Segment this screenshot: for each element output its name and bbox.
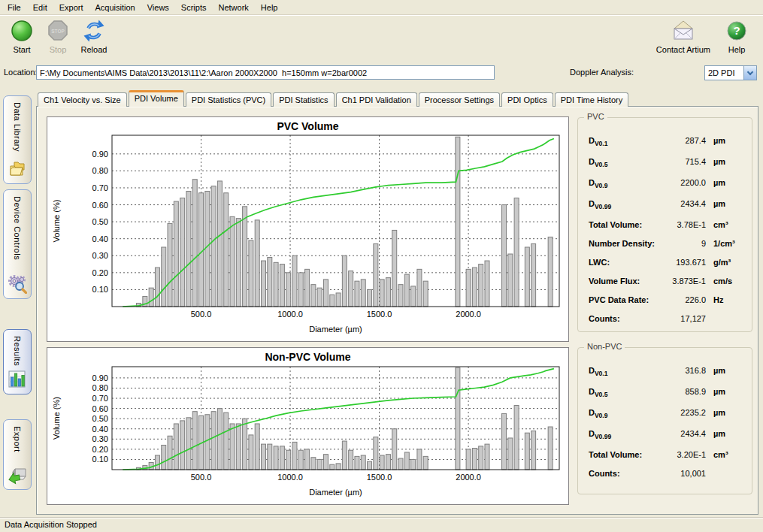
y-tick-label: 0.30 [92,434,108,443]
volume-bar [417,269,422,307]
volume-bar [508,254,513,307]
volume-bar [404,274,409,307]
stat-value: 2434.4 [641,199,706,208]
x-tick-label: 1500.0 [367,473,392,482]
menu-edit[interactable]: Edit [27,1,53,14]
contact-artium-button[interactable]: Contact Artium [656,18,710,54]
y-axis-label: Volume (%) [52,397,61,440]
stat-label: DV0.9 [589,178,607,189]
pvc-volume-chart: PVC Volume0.100.200.300.400.500.600.700.… [47,116,569,342]
stat-value: 2235.2 [641,408,706,417]
help-button[interactable]: ? Help [721,18,752,54]
menu-export[interactable]: Export [53,1,89,14]
menu-network[interactable]: Network [212,1,254,14]
stat-label: LWC: [589,258,610,267]
tab-pdi-statistics[interactable]: PDI Statistics [273,92,334,107]
reload-button[interactable]: Reload [78,18,110,54]
location-input[interactable] [36,65,495,80]
volume-bar [274,446,278,470]
volume-bar [342,255,347,307]
stop-badge-text: STOP [51,29,65,34]
volume-bar [205,415,210,470]
gear-icon [8,274,27,294]
non-pvc-groupbox-title: Non-PVC [584,342,625,351]
doppler-analysis-select[interactable]: 2D PDI [704,65,757,80]
chevron-down-icon [747,68,753,74]
volume-bar [211,412,216,470]
volume-bar [243,419,247,470]
volume-bar [292,442,297,470]
stat-label: PVC Data Rate: [589,295,649,304]
volume-bar [236,424,241,470]
volume-bar [525,433,529,470]
stat-label: DV0.99 [589,429,611,440]
volume-bar [249,240,253,307]
stat-label: DV0.9 [589,408,607,419]
stat-unit: g/m³ [713,258,731,267]
y-tick-label: 0.70 [92,183,108,192]
location-row: Location: Doppler Analysis: 2D PDI [0,65,763,82]
volume-bar [386,278,390,307]
volume-bar [311,458,316,470]
volume-bar [162,247,166,307]
volume-bar [392,230,397,307]
stat-label: Counts: [589,469,620,478]
combo-dropdown-button[interactable] [743,66,756,80]
stat-value: 715.4 [641,157,706,166]
volume-bar [531,431,536,470]
volume-bar [261,261,265,307]
sidebar-item-device-controls[interactable]: Device Controls [3,189,32,299]
menu-scripts[interactable]: Scripts [175,1,213,14]
volume-bar [361,280,365,307]
volume-bar [230,216,235,307]
menu-help[interactable]: Help [255,1,284,14]
tab-pdi-statistics-pvc-[interactable]: PDI Statistics (PVC) [186,92,271,107]
y-tick-label: 0.50 [92,217,108,226]
doppler-analysis-label: Doppler Analysis: [563,68,634,77]
y-tick-label: 0.90 [92,373,108,382]
chart-title: PVC Volume [277,120,338,132]
x-tick-label: 2000.0 [456,473,481,482]
sidebar-item-data-library[interactable]: Data Library [3,95,32,184]
stat-row: Counts:10,001 [578,466,752,485]
menu-file[interactable]: File [2,1,27,14]
stat-label: DV0.5 [589,387,607,398]
volume-bar [292,255,297,307]
sidebar-item-export[interactable]: Export [3,419,32,490]
volume-bar [423,281,428,307]
tab-pdi-volume[interactable]: PDI Volume [129,90,184,107]
menu-acquisition[interactable]: Acquisition [89,1,141,14]
envelope-icon [656,18,710,44]
tab-ch1-pdi-validation[interactable]: Ch1 PDI Validation [336,92,417,107]
sidebar-item-results[interactable]: Results [3,329,32,394]
y-tick-label: 0.50 [92,414,108,423]
volume-bar [224,193,229,307]
menu-views[interactable]: Views [141,1,175,14]
volume-bar [368,461,372,470]
volume-bar [255,424,259,470]
menubar: FileEditExportAcquisitionViewsScriptsNet… [0,0,763,15]
x-tick-label: 500.0 [191,310,212,319]
stat-label: Volume Flux: [589,277,640,286]
sidebar-item-label: Export [13,426,22,452]
tab-pdi-time-history[interactable]: PDI Time History [555,92,629,107]
volume-bar [149,288,153,307]
tab-processor-settings[interactable]: Processor Settings [419,92,500,107]
pvc-groupbox-title: PVC [584,112,607,121]
stat-unit: cm³ [713,220,728,229]
volume-bar [330,295,335,307]
volume-bar [255,220,259,307]
volume-bar [317,288,322,307]
status-text: Data Acquisition Stopped [5,520,97,529]
start-button[interactable]: Start [6,18,38,54]
volume-bar [380,280,384,307]
volume-bar [456,367,460,470]
tab-pdi-optics[interactable]: PDI Optics [501,92,553,107]
volume-bar [199,193,204,307]
tab-ch1-velocity-vs-size[interactable]: Ch1 Velocity vs. Size [38,92,127,107]
stat-unit: Hz [713,295,723,304]
volume-bar [186,418,191,470]
sidebar-item-label: Data Library [13,102,22,152]
stop-button[interactable]: STOP Stop [42,18,74,54]
stat-unit: cm³ [713,450,728,459]
